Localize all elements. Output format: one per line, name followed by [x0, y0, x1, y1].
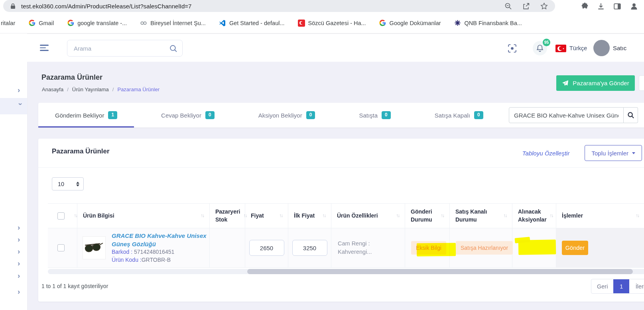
send-to-pazarama-button[interactable]: Pazarama'ya Gönder: [556, 75, 635, 91]
sidebar-chevron-right-icon[interactable]: [18, 87, 24, 93]
bookmark-item[interactable]: Google Dokümanlar: [379, 20, 441, 27]
tab-cevap-bekliyor[interactable]: Cevap Bekliyor0: [144, 103, 231, 128]
sort-icon[interactable]: [71, 212, 77, 219]
tab-satista[interactable]: Satışta0: [342, 103, 407, 128]
language-label[interactable]: Türkçe: [569, 45, 587, 51]
tab-gonderim-bekliyor[interactable]: Gönderim Bekliyor1: [38, 103, 134, 128]
paper-plane-icon: [562, 80, 569, 86]
pagination-prev[interactable]: Geri: [591, 279, 613, 293]
bookmark-star-icon[interactable]: [540, 2, 548, 10]
sort-icon[interactable]: [632, 212, 639, 219]
tab-aksiyon-bekliyor[interactable]: Aksiyon Bekliyor0: [242, 103, 332, 128]
product-code-value: GRTOBR-B: [142, 257, 171, 263]
breadcrumb-item-home[interactable]: Anasayfa: [42, 86, 63, 92]
pagination-next[interactable]: İleri: [629, 279, 644, 293]
page-url: test.ekol360.com/Admin/ProductRelease/Li…: [21, 3, 191, 10]
sidebar-chevron-right-icon[interactable]: [18, 288, 24, 295]
bookmark-item[interactable]: google translate -...: [67, 20, 127, 27]
product-search-button[interactable]: [624, 107, 638, 123]
sidebar-chevron-down-icon[interactable]: [18, 103, 24, 109]
global-search-input[interactable]: [67, 40, 182, 56]
row-checkbox[interactable]: [57, 244, 65, 251]
google-icon: [379, 20, 386, 27]
global-search: [67, 40, 183, 57]
barcode-label: Barkod :: [112, 249, 132, 255]
first-price-input[interactable]: [292, 240, 327, 256]
tab-count-badge: 0: [474, 111, 483, 119]
downloads-icon[interactable]: [597, 2, 605, 10]
user-name: Satıc: [613, 45, 626, 51]
sort-icon[interactable]: [437, 212, 444, 219]
google-icon: [67, 20, 74, 27]
sort-icon[interactable]: [276, 212, 282, 219]
pagination-info: 1 to 1 of 1 kayıt gösteriliyor: [41, 283, 108, 289]
bulk-actions-button[interactable]: Toplu İşlemler: [585, 145, 642, 161]
split-screen-icon[interactable]: [613, 2, 621, 10]
pagination-current[interactable]: 1: [613, 279, 629, 293]
bookmark-item[interactable]: Gmail: [28, 20, 54, 27]
tab-count-badge: 0: [382, 111, 391, 119]
secondary-action-button[interactable]: [639, 75, 644, 91]
menu-toggle-button[interactable]: [40, 45, 49, 53]
screenshot-root: test.ekol360.com/Admin/ProductRelease/Li…: [0, 0, 644, 310]
turkish-flag-icon: [298, 20, 305, 27]
share-icon[interactable]: [522, 2, 530, 10]
horizontal-scrollbar[interactable]: [48, 269, 644, 274]
search-icon: [169, 44, 177, 53]
sort-icon[interactable]: [547, 212, 553, 219]
bookmark-item[interactable]: Get Started - defaul...: [219, 20, 285, 27]
product-search-input[interactable]: [509, 107, 624, 123]
sidebar-chevron-right-icon[interactable]: [18, 248, 24, 255]
sort-icon[interactable]: [197, 212, 204, 219]
bookmark-item[interactable]: QNB Finansbank Ba...: [454, 20, 522, 27]
product-features: Cam Rengi : Kahverengi...: [338, 239, 387, 256]
notifications-bell[interactable]: 95: [533, 41, 547, 55]
browser-profile-avatar[interactable]: [630, 2, 638, 11]
lock-icon: [10, 3, 16, 9]
sort-icon[interactable]: [393, 212, 399, 219]
status-tabs-bar: Gönderim Bekliyor1 Cevap Bekliyor0 Aksiy…: [38, 103, 644, 128]
zoom-out-icon[interactable]: [504, 2, 512, 10]
product-name-link[interactable]: GRACE BIO Kahve-Kahve Unisex Güneş Gözlü…: [112, 232, 209, 248]
pagination: Geri 1 İleri: [591, 279, 644, 294]
tab-satisa-kapali[interactable]: Satışa Kapalı0: [418, 103, 500, 128]
select-arrows-icon: [76, 182, 83, 186]
products-table: Ürün Bilgisi Pazaryeri Stok Fiyat İlk Fi…: [48, 203, 644, 268]
bookmark-item[interactable]: ritalar: [1, 20, 15, 26]
card-title: Pazarama Ürünler: [52, 147, 110, 155]
app-sidebar: [0, 33, 27, 310]
bookmark-item[interactable]: Sözcü Gazetesi - Ha...: [298, 20, 366, 27]
admin-topbar: 95 Türkçe Satıc: [27, 33, 644, 62]
google-icon: [28, 20, 35, 27]
tab-count-badge: 0: [306, 111, 315, 119]
sidebar-chevron-right-icon[interactable]: [18, 260, 24, 267]
chevron-down-icon: [632, 152, 635, 154]
page-size-select[interactable]: 10: [52, 177, 84, 190]
bookmark-item[interactable]: Bireysel İnternet Şu...: [140, 20, 206, 27]
sort-icon[interactable]: [500, 212, 506, 219]
breadcrumb: Anasayfa Ürün Yayınlama Pazarama Ürünler: [42, 86, 160, 92]
scrollbar-thumb[interactable]: [247, 269, 633, 274]
send-row-button[interactable]: Gönder: [562, 241, 588, 255]
barcode-value: 5714248016451: [134, 249, 174, 255]
sort-icon[interactable]: [319, 212, 325, 219]
page-title: Pazarama Ürünler: [41, 73, 102, 82]
browser-toolbar: test.ekol360.com/Admin/ProductRelease/Li…: [0, 0, 644, 13]
customize-table-link[interactable]: Tabloyu Özelleştir: [522, 150, 570, 157]
select-all-checkbox[interactable]: [57, 212, 65, 220]
price-input[interactable]: [249, 240, 284, 256]
sidebar-chevron-right-icon[interactable]: [18, 224, 24, 231]
address-bar[interactable]: test.ekol360.com/Admin/ProductRelease/Li…: [3, 0, 555, 12]
product-code-label: Ürün Kodu :: [112, 257, 142, 263]
vscode-icon: [219, 20, 226, 27]
user-avatar[interactable]: [593, 40, 610, 56]
sidebar-chevron-right-icon[interactable]: [18, 236, 24, 243]
extensions-icon[interactable]: [581, 2, 589, 10]
sidebar-chevron-right-icon[interactable]: [18, 273, 24, 279]
language-flag-icon[interactable]: [555, 45, 566, 52]
qnb-icon: [454, 20, 461, 27]
products-table-card: Pazarama Ürünler Tabloyu Özelleştir Topl…: [38, 139, 644, 302]
screenshot-scan-icon[interactable]: [507, 43, 517, 53]
marketplace-stock-cell: [210, 228, 245, 267]
breadcrumb-item-release[interactable]: Ürün Yayınlama: [63, 86, 109, 92]
